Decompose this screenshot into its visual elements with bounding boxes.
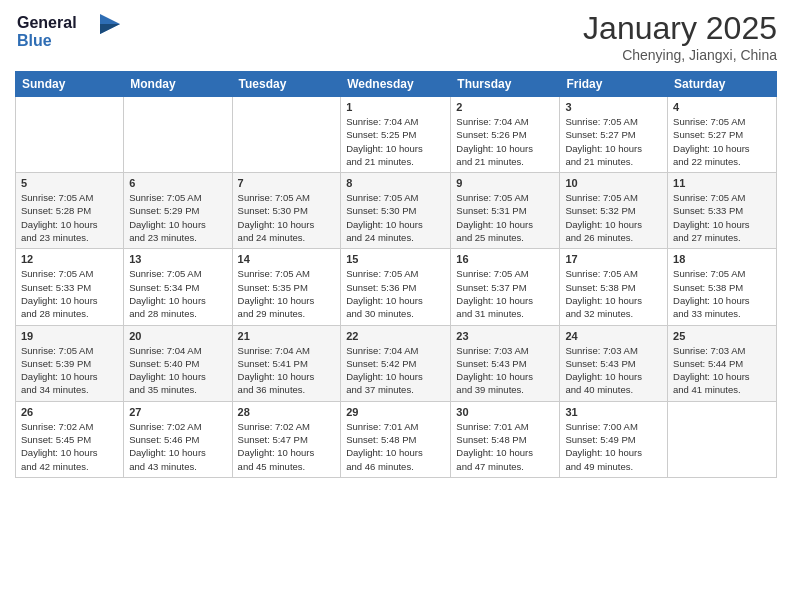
day-number: 2 <box>456 101 554 113</box>
day-info: Sunrise: 7:05 AM Sunset: 5:27 PM Dayligh… <box>673 115 771 168</box>
day-info: Sunrise: 7:05 AM Sunset: 5:30 PM Dayligh… <box>346 191 445 244</box>
day-number: 10 <box>565 177 662 189</box>
day-info: Sunrise: 7:03 AM Sunset: 5:44 PM Dayligh… <box>673 344 771 397</box>
day-info: Sunrise: 7:04 AM Sunset: 5:26 PM Dayligh… <box>456 115 554 168</box>
day-info: Sunrise: 7:05 AM Sunset: 5:37 PM Dayligh… <box>456 267 554 320</box>
header-monday: Monday <box>124 72 232 97</box>
day-info: Sunrise: 7:02 AM Sunset: 5:47 PM Dayligh… <box>238 420 336 473</box>
day-number: 1 <box>346 101 445 113</box>
calendar-cell: 31Sunrise: 7:00 AM Sunset: 5:49 PM Dayli… <box>560 401 668 477</box>
calendar-cell: 5Sunrise: 7:05 AM Sunset: 5:28 PM Daylig… <box>16 173 124 249</box>
calendar-cell: 29Sunrise: 7:01 AM Sunset: 5:48 PM Dayli… <box>341 401 451 477</box>
calendar-cell <box>124 97 232 173</box>
day-number: 19 <box>21 330 118 342</box>
calendar-week-3: 12Sunrise: 7:05 AM Sunset: 5:33 PM Dayli… <box>16 249 777 325</box>
svg-text:General: General <box>17 14 77 31</box>
month-title: January 2025 <box>583 10 777 47</box>
day-number: 28 <box>238 406 336 418</box>
calendar-cell: 6Sunrise: 7:05 AM Sunset: 5:29 PM Daylig… <box>124 173 232 249</box>
calendar-cell: 16Sunrise: 7:05 AM Sunset: 5:37 PM Dayli… <box>451 249 560 325</box>
calendar-cell: 25Sunrise: 7:03 AM Sunset: 5:44 PM Dayli… <box>668 325 777 401</box>
day-number: 29 <box>346 406 445 418</box>
calendar-cell: 21Sunrise: 7:04 AM Sunset: 5:41 PM Dayli… <box>232 325 341 401</box>
page-container: General Blue January 2025 Chenying, Jian… <box>0 0 792 488</box>
day-number: 18 <box>673 253 771 265</box>
calendar-cell: 9Sunrise: 7:05 AM Sunset: 5:31 PM Daylig… <box>451 173 560 249</box>
logo-svg: General Blue <box>15 10 125 52</box>
day-info: Sunrise: 7:02 AM Sunset: 5:46 PM Dayligh… <box>129 420 226 473</box>
day-number: 22 <box>346 330 445 342</box>
day-number: 5 <box>21 177 118 189</box>
day-info: Sunrise: 7:04 AM Sunset: 5:40 PM Dayligh… <box>129 344 226 397</box>
calendar-cell: 23Sunrise: 7:03 AM Sunset: 5:43 PM Dayli… <box>451 325 560 401</box>
calendar-week-1: 1Sunrise: 7:04 AM Sunset: 5:25 PM Daylig… <box>16 97 777 173</box>
calendar-cell: 28Sunrise: 7:02 AM Sunset: 5:47 PM Dayli… <box>232 401 341 477</box>
day-number: 21 <box>238 330 336 342</box>
day-info: Sunrise: 7:05 AM Sunset: 5:32 PM Dayligh… <box>565 191 662 244</box>
day-info: Sunrise: 7:03 AM Sunset: 5:43 PM Dayligh… <box>565 344 662 397</box>
day-number: 26 <box>21 406 118 418</box>
day-info: Sunrise: 7:05 AM Sunset: 5:33 PM Dayligh… <box>673 191 771 244</box>
calendar-cell: 10Sunrise: 7:05 AM Sunset: 5:32 PM Dayli… <box>560 173 668 249</box>
calendar-week-2: 5Sunrise: 7:05 AM Sunset: 5:28 PM Daylig… <box>16 173 777 249</box>
calendar-cell: 22Sunrise: 7:04 AM Sunset: 5:42 PM Dayli… <box>341 325 451 401</box>
calendar-cell <box>16 97 124 173</box>
header-tuesday: Tuesday <box>232 72 341 97</box>
day-info: Sunrise: 7:04 AM Sunset: 5:42 PM Dayligh… <box>346 344 445 397</box>
calendar-cell: 26Sunrise: 7:02 AM Sunset: 5:45 PM Dayli… <box>16 401 124 477</box>
day-number: 8 <box>346 177 445 189</box>
day-info: Sunrise: 7:05 AM Sunset: 5:29 PM Dayligh… <box>129 191 226 244</box>
calendar-week-5: 26Sunrise: 7:02 AM Sunset: 5:45 PM Dayli… <box>16 401 777 477</box>
calendar-cell: 20Sunrise: 7:04 AM Sunset: 5:40 PM Dayli… <box>124 325 232 401</box>
day-number: 4 <box>673 101 771 113</box>
day-info: Sunrise: 7:01 AM Sunset: 5:48 PM Dayligh… <box>456 420 554 473</box>
day-number: 16 <box>456 253 554 265</box>
calendar-cell: 17Sunrise: 7:05 AM Sunset: 5:38 PM Dayli… <box>560 249 668 325</box>
day-info: Sunrise: 7:05 AM Sunset: 5:31 PM Dayligh… <box>456 191 554 244</box>
calendar-cell: 7Sunrise: 7:05 AM Sunset: 5:30 PM Daylig… <box>232 173 341 249</box>
day-info: Sunrise: 7:05 AM Sunset: 5:27 PM Dayligh… <box>565 115 662 168</box>
calendar-cell: 14Sunrise: 7:05 AM Sunset: 5:35 PM Dayli… <box>232 249 341 325</box>
svg-text:Blue: Blue <box>17 32 52 49</box>
header-friday: Friday <box>560 72 668 97</box>
day-number: 12 <box>21 253 118 265</box>
calendar-cell: 11Sunrise: 7:05 AM Sunset: 5:33 PM Dayli… <box>668 173 777 249</box>
calendar-week-4: 19Sunrise: 7:05 AM Sunset: 5:39 PM Dayli… <box>16 325 777 401</box>
day-info: Sunrise: 7:05 AM Sunset: 5:28 PM Dayligh… <box>21 191 118 244</box>
day-number: 13 <box>129 253 226 265</box>
header: General Blue January 2025 Chenying, Jian… <box>15 10 777 63</box>
day-info: Sunrise: 7:01 AM Sunset: 5:48 PM Dayligh… <box>346 420 445 473</box>
calendar-cell <box>232 97 341 173</box>
header-wednesday: Wednesday <box>341 72 451 97</box>
calendar-cell: 12Sunrise: 7:05 AM Sunset: 5:33 PM Dayli… <box>16 249 124 325</box>
calendar-cell: 18Sunrise: 7:05 AM Sunset: 5:38 PM Dayli… <box>668 249 777 325</box>
day-number: 30 <box>456 406 554 418</box>
day-number: 25 <box>673 330 771 342</box>
day-info: Sunrise: 7:03 AM Sunset: 5:43 PM Dayligh… <box>456 344 554 397</box>
day-info: Sunrise: 7:05 AM Sunset: 5:39 PM Dayligh… <box>21 344 118 397</box>
day-number: 27 <box>129 406 226 418</box>
day-info: Sunrise: 7:02 AM Sunset: 5:45 PM Dayligh… <box>21 420 118 473</box>
calendar-cell: 15Sunrise: 7:05 AM Sunset: 5:36 PM Dayli… <box>341 249 451 325</box>
calendar-cell: 24Sunrise: 7:03 AM Sunset: 5:43 PM Dayli… <box>560 325 668 401</box>
calendar-cell: 4Sunrise: 7:05 AM Sunset: 5:27 PM Daylig… <box>668 97 777 173</box>
day-number: 3 <box>565 101 662 113</box>
calendar-cell: 30Sunrise: 7:01 AM Sunset: 5:48 PM Dayli… <box>451 401 560 477</box>
day-number: 20 <box>129 330 226 342</box>
day-info: Sunrise: 7:00 AM Sunset: 5:49 PM Dayligh… <box>565 420 662 473</box>
weekday-header-row: Sunday Monday Tuesday Wednesday Thursday… <box>16 72 777 97</box>
logo: General Blue <box>15 10 125 56</box>
day-number: 24 <box>565 330 662 342</box>
day-number: 7 <box>238 177 336 189</box>
calendar-table: Sunday Monday Tuesday Wednesday Thursday… <box>15 71 777 478</box>
day-info: Sunrise: 7:05 AM Sunset: 5:35 PM Dayligh… <box>238 267 336 320</box>
header-thursday: Thursday <box>451 72 560 97</box>
day-info: Sunrise: 7:04 AM Sunset: 5:41 PM Dayligh… <box>238 344 336 397</box>
calendar-cell: 8Sunrise: 7:05 AM Sunset: 5:30 PM Daylig… <box>341 173 451 249</box>
calendar-cell: 2Sunrise: 7:04 AM Sunset: 5:26 PM Daylig… <box>451 97 560 173</box>
title-block: January 2025 Chenying, Jiangxi, China <box>583 10 777 63</box>
day-number: 11 <box>673 177 771 189</box>
header-saturday: Saturday <box>668 72 777 97</box>
day-info: Sunrise: 7:05 AM Sunset: 5:38 PM Dayligh… <box>565 267 662 320</box>
calendar-cell: 27Sunrise: 7:02 AM Sunset: 5:46 PM Dayli… <box>124 401 232 477</box>
